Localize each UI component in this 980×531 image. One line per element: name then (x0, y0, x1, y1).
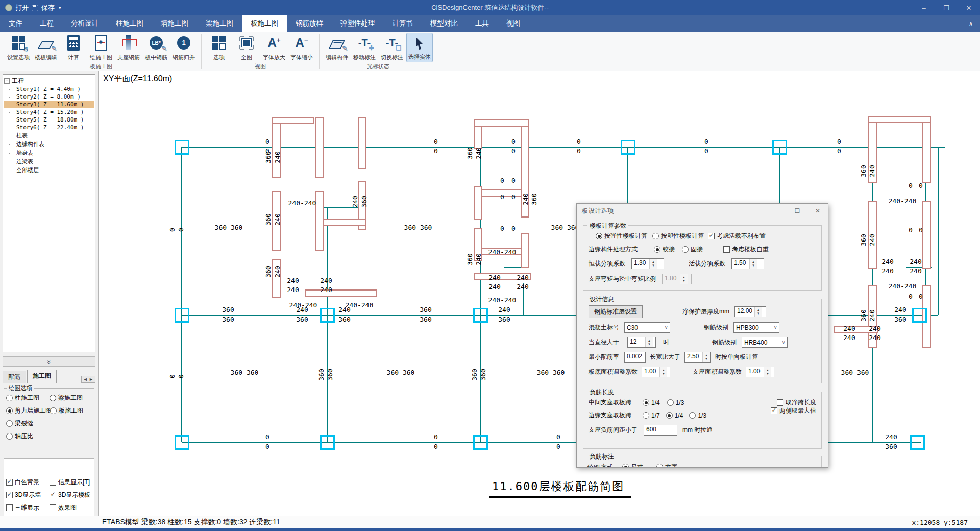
rebar-grade1-select[interactable]: HPB300˅ (733, 322, 779, 333)
cover-thickness-spinner[interactable]: 12.00▲▼ (734, 306, 766, 317)
ribbon-button-full-view[interactable]: 全图 (233, 33, 260, 62)
tree-collapse-icon[interactable]: − (4, 78, 10, 84)
ribbon-button-support-rebar[interactable]: 支座钢筋 (115, 33, 142, 62)
checkbox-信息显示[T][interactable]: 信息显示[T] (50, 478, 92, 487)
save-icon[interactable] (32, 5, 38, 11)
checkbox-三维显示[interactable]: 三维显示 (6, 503, 48, 512)
menu-tab-工程[interactable]: 工程 (31, 15, 62, 32)
radio-edge-seventh[interactable]: 1/7 (643, 412, 660, 419)
radio-剪力墙施工图[interactable]: 剪力墙施工图 (6, 406, 49, 415)
ribbon-button-font-minus[interactable]: A−字体缩小 (288, 33, 315, 62)
menu-tab-钢筋放样[interactable]: 钢筋放样 (287, 15, 332, 32)
menu-tab-梁施工图[interactable]: 梁施工图 (197, 15, 242, 32)
menu-tab-视图[interactable]: 视图 (498, 15, 529, 32)
ribbon-button-one-circle[interactable]: 1钢筋归并 (170, 33, 197, 62)
tree-item[interactable]: Story6( Z = 22.40m ) (4, 124, 94, 131)
ribbon-button-switch-label[interactable]: -T-❏切换标注 (379, 33, 405, 62)
shear-wall[interactable] (474, 186, 481, 220)
tree-root[interactable]: − 工程 (4, 77, 94, 85)
menu-tab-计算书[interactable]: 计算书 (384, 15, 422, 32)
shear-wall[interactable] (273, 259, 280, 298)
live-load-factor-spinner[interactable]: 1.50▲▼ (731, 258, 764, 269)
radio-dimension[interactable]: 尺寸 (622, 463, 643, 468)
rebar-spacing-input[interactable]: 600 (644, 425, 677, 436)
ribbon-button-move-label[interactable]: -T-✚移动标注 (351, 33, 378, 62)
menu-tab-柱施工图[interactable]: 柱施工图 (107, 15, 152, 32)
shear-wall[interactable] (474, 120, 529, 126)
shear-wall[interactable] (923, 116, 930, 183)
panel-tab-施工图[interactable]: 施工图 (27, 370, 57, 383)
checkbox-slab-self-weight[interactable]: 考虑楼板自重 (723, 245, 769, 254)
tree-item[interactable]: Story4( Z = 15.20m ) (4, 108, 94, 116)
radio-mid-quarter[interactable]: 1/4 (643, 399, 660, 406)
menu-tab-弹塑性处理[interactable]: 弹塑性处理 (332, 15, 384, 32)
checkbox-live-load-unfavorable[interactable]: 考虑活载不利布置 (708, 232, 766, 240)
radio-plastic-slab[interactable]: 按塑性楼板计算 (652, 232, 704, 240)
ribbon-button-edit-pencil[interactable]: ✎编辑构件 (324, 33, 350, 62)
dead-load-factor-spinner[interactable]: 1.30▲▼ (631, 258, 664, 269)
save-button[interactable]: 保存 (41, 3, 55, 12)
radio-text[interactable]: 文字 (656, 463, 677, 468)
ribbon-button-calculator[interactable]: 计算 (60, 33, 87, 62)
ribbon-button-grid-gear[interactable]: ⚙设置选项 (5, 33, 32, 62)
menu-tab-板施工图[interactable]: 板施工图 (242, 15, 287, 32)
panel-collapse-bar[interactable]: » (3, 356, 95, 367)
ribbon-button-font-plus[interactable]: A+字体放大 (261, 33, 287, 62)
checkbox-3D显示楼板[interactable]: 3D显示楼板 (50, 491, 92, 499)
dialog-close-button[interactable]: ✕ (807, 207, 828, 214)
shear-wall[interactable] (358, 117, 365, 168)
menu-tab-模型对比[interactable]: 模型对比 (422, 15, 467, 32)
project-tree[interactable]: − 工程 Story1( Z = 4.40m )Story2( Z = 8.00… (3, 74, 95, 352)
ribbon-button-draw-plan[interactable]: 绘施工图 (88, 33, 114, 62)
ribbon-button-lb-circle[interactable]: LB*✎板中钢筋 (143, 33, 169, 62)
restore-button[interactable]: ❐ (935, 0, 958, 15)
checkbox-白色背景[interactable]: 白色背景 (6, 478, 48, 487)
qat-dropdown-icon[interactable]: ▾ (59, 5, 61, 10)
concrete-grade-select[interactable]: C30˅ (624, 322, 670, 333)
shear-wall[interactable] (315, 191, 323, 250)
shear-wall[interactable] (273, 117, 313, 124)
ribbon-button-slab-pencil[interactable]: ✎楼板编辑 (33, 33, 59, 62)
tree-item[interactable]: 墙身表 (4, 149, 94, 157)
tree-item[interactable]: Story2( Z = 8.00m ) (4, 93, 94, 101)
drawing-canvas[interactable]: XY平面(Z=11.60m) 0000000000003603602403602… (99, 71, 980, 516)
dialog-maximize-button[interactable]: ☐ (787, 207, 807, 214)
shear-wall[interactable] (869, 116, 930, 123)
support-area-factor-spinner[interactable]: 1.00▲▼ (746, 367, 774, 377)
open-button[interactable]: 打开 (15, 3, 29, 12)
radio-hinged[interactable]: 铰接 (654, 245, 675, 254)
tree-item[interactable]: Story1( Z = 4.40m ) (4, 85, 94, 93)
dialog-minimize-button[interactable]: — (767, 207, 787, 214)
shear-wall[interactable] (522, 234, 529, 267)
diameter-spinner[interactable]: 12▲▼ (627, 337, 656, 348)
bottom-area-factor-spinner[interactable]: 1.00▲▼ (642, 367, 670, 377)
shear-wall[interactable] (315, 117, 323, 178)
panel-tab-scroll-arrows[interactable]: ◄ ► (81, 376, 95, 383)
dialog-titlebar[interactable]: 板设计选项 — ☐ ✕ (577, 204, 828, 218)
checkbox-3D显示墙[interactable]: 3D显示墙 (6, 491, 48, 499)
shear-wall[interactable] (273, 117, 280, 178)
rebar-grade2-select[interactable]: HRB400˅ (742, 337, 788, 348)
minimize-button[interactable]: – (913, 0, 935, 15)
tree-item[interactable]: 柱表 (4, 131, 94, 140)
close-button[interactable]: ✕ (958, 0, 980, 15)
radio-梁施工图[interactable]: 梁施工图 (50, 394, 92, 402)
radio-板施工图[interactable]: 板施工图 (50, 406, 92, 415)
radio-柱施工图[interactable]: 柱施工图 (6, 394, 48, 402)
ribbon-button-cursor-arrow[interactable]: 选择实体 (406, 33, 433, 62)
floor-plan-drawing[interactable]: 0000000000003603602403602403603603602403… (99, 71, 980, 516)
menu-tab-分析设计[interactable]: 分析设计 (62, 15, 107, 32)
checkbox-max-both-sides[interactable]: 两侧取最大值 (771, 406, 816, 415)
panel-tab-配筋[interactable]: 配筋 (3, 371, 26, 383)
tree-item[interactable]: 边缘构件表 (4, 140, 94, 149)
slab-design-options-dialog[interactable]: 板设计选项 — ☐ ✕ 楼板计算参数 按弹性楼板计算 按塑性楼板计算 考虑活载不… (576, 203, 828, 468)
menu-tab-墙施工图[interactable]: 墙施工图 (152, 15, 197, 32)
shear-wall[interactable] (923, 202, 930, 268)
tree-item[interactable]: Story5( Z = 18.80m ) (4, 116, 94, 124)
menu-tab-工具[interactable]: 工具 (467, 15, 498, 32)
ribbon-button-options-grid[interactable]: 选项 (206, 33, 232, 62)
radio-edge-third[interactable]: 1/3 (689, 412, 706, 419)
tree-item[interactable]: 全部楼层 (4, 166, 94, 175)
radio-轴压比[interactable]: 轴压比 (6, 432, 33, 441)
shear-wall[interactable] (323, 220, 365, 226)
